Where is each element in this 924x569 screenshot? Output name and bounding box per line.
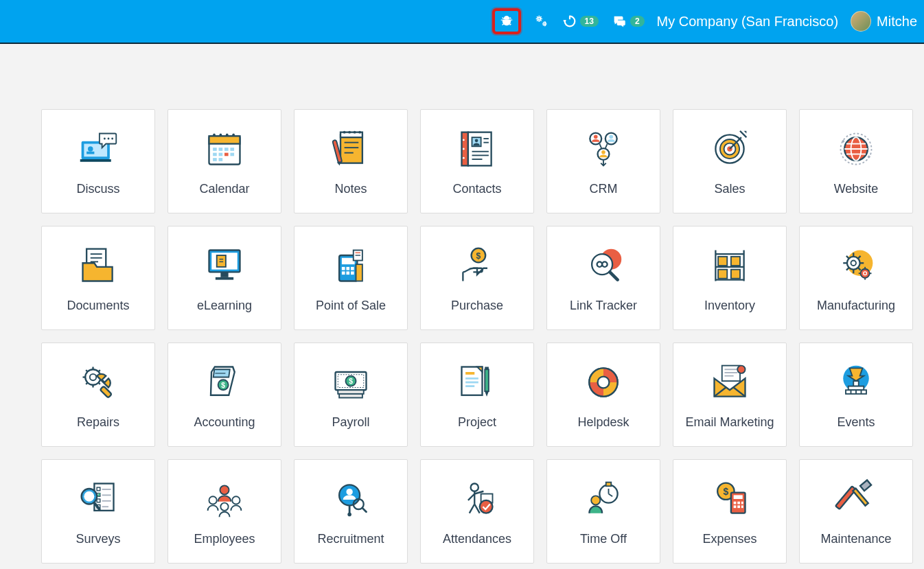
svg-point-188 (220, 502, 228, 510)
activities-icon[interactable]: 13 (562, 14, 599, 29)
svg-rect-81 (216, 277, 233, 279)
settings-gears-icon[interactable] (533, 14, 550, 29)
app-tile-emailmarketing[interactable]: Email Marketing (673, 342, 787, 447)
svg-point-31 (354, 130, 356, 133)
svg-point-2 (544, 23, 546, 25)
svg-point-190 (346, 489, 352, 495)
svg-point-47 (463, 139, 465, 141)
app-tile-payroll[interactable]: $ Payroll (294, 342, 408, 447)
company-selector[interactable]: My Company (San Francisco) (657, 14, 839, 30)
app-tile-expenses[interactable]: $ Expenses (673, 459, 787, 564)
svg-rect-219 (860, 480, 871, 491)
svg-point-29 (343, 130, 346, 133)
svg-point-202 (480, 500, 493, 513)
svg-rect-216 (737, 505, 740, 508)
svg-point-207 (591, 496, 600, 504)
attendances-icon (453, 477, 501, 521)
app-tile-pos[interactable]: Point of Sale (294, 226, 408, 330)
svg-text:$: $ (349, 377, 353, 384)
svg-rect-147 (339, 393, 362, 397)
svg-point-1 (538, 18, 540, 21)
app-tile-manufacturing[interactable]: Manufacturing (799, 226, 913, 330)
timeoff-icon (579, 477, 627, 521)
app-tile-calendar[interactable]: Calendar (168, 109, 281, 213)
app-tile-recruitment[interactable]: Recruitment (294, 459, 408, 564)
svg-rect-107 (731, 256, 740, 265)
svg-rect-25 (219, 158, 223, 161)
apps-grid: Discuss Calendar Notes Contacts CRM Sale… (41, 109, 883, 564)
svg-point-160 (598, 376, 610, 388)
app-label: Link Tracker (570, 299, 637, 313)
project-icon (453, 360, 501, 404)
systray: 13 2 My Company (San Francisco) Mitche (492, 8, 917, 34)
app-tile-accounting[interactable]: $ Accounting (168, 342, 281, 447)
svg-point-49 (463, 156, 465, 159)
app-label: Maintenance (820, 532, 891, 546)
svg-marker-57 (744, 130, 747, 133)
app-label: Notes (334, 182, 367, 196)
svg-rect-24 (213, 158, 217, 161)
app-label: Events (837, 415, 875, 430)
svg-line-134 (98, 382, 100, 384)
svg-point-5 (88, 146, 93, 152)
app-tile-repairs[interactable]: Repairs (41, 342, 155, 447)
maintenance-icon (832, 477, 880, 521)
svg-rect-23 (230, 152, 234, 156)
svg-point-51 (594, 135, 598, 139)
app-tile-attendances[interactable]: Attendances (420, 459, 534, 564)
app-tile-project[interactable]: Project (420, 342, 534, 447)
user-menu[interactable]: Mitche (851, 11, 917, 32)
svg-line-136 (98, 370, 100, 372)
app-tile-timeoff[interactable]: Time Off (546, 459, 660, 564)
app-label: CRM (590, 182, 618, 196)
svg-rect-19 (224, 148, 229, 151)
apps-container: Discuss Calendar Notes Contacts CRM Sale… (0, 44, 924, 564)
contacts-icon (453, 127, 501, 171)
app-label: Website (834, 182, 879, 196)
app-label: Email Marketing (685, 415, 774, 430)
app-tile-contacts[interactable]: Contacts (420, 109, 534, 213)
app-tile-discuss[interactable]: Discuss (41, 109, 155, 213)
app-tile-surveys[interactable]: Surveys (41, 459, 155, 564)
svg-line-133 (86, 370, 88, 372)
svg-rect-108 (718, 269, 727, 278)
svg-rect-88 (346, 271, 349, 275)
app-tile-website[interactable]: Website (799, 109, 913, 213)
app-tile-linktracker[interactable]: Link Tracker (546, 226, 660, 330)
username: Mitche (877, 14, 917, 30)
svg-text:$: $ (476, 251, 481, 260)
app-label: eLearning (197, 299, 252, 313)
svg-line-199 (470, 504, 475, 513)
svg-point-10 (111, 137, 113, 139)
app-tile-elearning[interactable]: eLearning (168, 226, 281, 330)
app-tile-inventory[interactable]: Inventory (673, 226, 787, 330)
activities-badge: 13 (580, 16, 599, 27)
app-label: Discuss (76, 182, 119, 196)
app-label: Payroll (332, 415, 369, 430)
svg-rect-137 (100, 386, 112, 397)
app-tile-employees[interactable]: Employees (168, 459, 281, 564)
employees-icon (200, 477, 249, 521)
svg-point-55 (601, 150, 605, 154)
svg-point-69 (842, 139, 844, 142)
svg-rect-18 (219, 148, 223, 151)
app-tile-notes[interactable]: Notes (294, 109, 408, 213)
app-tile-helpdesk[interactable]: Helpdesk (546, 342, 660, 447)
svg-rect-154 (485, 369, 489, 391)
svg-rect-93 (356, 264, 362, 281)
app-tile-crm[interactable]: CRM (546, 109, 660, 213)
debug-icon[interactable] (492, 8, 521, 34)
messaging-icon[interactable]: 2 (611, 14, 645, 29)
app-label: Helpdesk (577, 415, 629, 430)
purchase-icon: $ (453, 244, 501, 288)
recruitment-icon (327, 477, 375, 521)
svg-point-30 (348, 130, 351, 133)
app-tile-maintenance[interactable]: Maintenance (799, 459, 913, 564)
app-tile-events[interactable]: Events (799, 342, 913, 447)
app-label: Expenses (702, 532, 756, 546)
app-label: Time Off (580, 532, 627, 546)
app-tile-sales[interactable]: Sales (673, 109, 787, 213)
app-tile-purchase[interactable]: $ Purchase (420, 226, 534, 330)
svg-point-32 (358, 130, 361, 133)
app-tile-documents[interactable]: Documents (41, 226, 155, 330)
